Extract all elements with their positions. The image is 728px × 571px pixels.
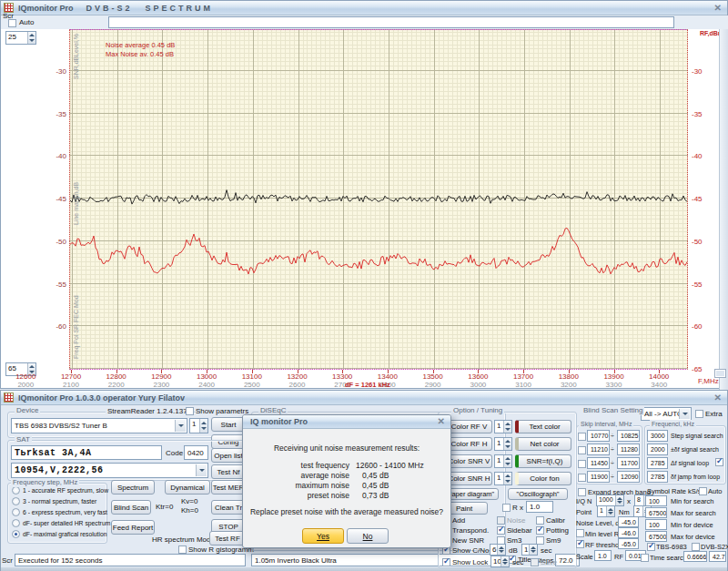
show-lock-checkbox[interactable] — [442, 558, 450, 566]
freq-step-radio-1[interactable] — [12, 486, 20, 495]
satellite-name-input[interactable]: Tьrksat 3A,4A — [11, 445, 162, 460]
time-search-checkbox[interactable] — [641, 554, 649, 562]
code-input[interactable]: 0420 — [184, 445, 208, 460]
spectrum-titlebar[interactable]: IQmonitor Pro DVB-S2 SPECTRUM ✕ — [1, 1, 727, 15]
transponder-select[interactable]: 10954,V,2222,56 — [11, 463, 208, 478]
freq-jamp-input[interactable]: 2785 — [647, 471, 668, 483]
tuner-select[interactable]: TBS 6983 DVBS/S2 Tuner B — [11, 418, 187, 433]
control-close-icon[interactable]: ✕ — [714, 393, 722, 403]
cno-db-spinner[interactable]: 6 — [490, 544, 506, 556]
freq-df-search-input[interactable]: 2000 — [647, 444, 668, 455]
chart-comment-input[interactable] — [108, 16, 674, 28]
skip-row2-to[interactable]: 11280 — [617, 444, 640, 455]
skip-row1-to[interactable]: 10825 — [617, 430, 640, 442]
dialog-close-icon[interactable]: ✕ — [438, 416, 445, 426]
rx-checkbox[interactable] — [502, 504, 511, 512]
save-checkbox[interactable] — [531, 558, 539, 566]
time-search-value-1[interactable]: 0.6666 — [683, 551, 707, 562]
no-button[interactable]: No — [347, 528, 389, 544]
rx-input[interactable]: 1.0 — [526, 501, 553, 513]
color-snr-v-spinner[interactable]: 1 — [494, 454, 512, 468]
skip-row4-to[interactable]: 12090 — [617, 471, 640, 483]
color-snr-h-spinner[interactable]: 1 — [494, 472, 512, 485]
text-color-button[interactable]: Text color — [515, 420, 571, 433]
calibr-checkbox[interactable] — [536, 516, 544, 525]
skip-row4-checkbox[interactable] — [578, 474, 586, 482]
freq-step-option-df-max[interactable]: dF- maximal grafical resolution — [23, 530, 107, 539]
freq-step-radio-df-max[interactable] — [12, 530, 20, 538]
tbs-6983-checkbox[interactable] — [647, 543, 655, 551]
scale-top-spinner[interactable]: 25 — [5, 31, 36, 45]
y-tick-right: -35 — [692, 110, 703, 118]
skip-row3-to[interactable]: 11700 — [617, 457, 640, 469]
freq-step-radio-3[interactable] — [12, 497, 20, 505]
sidebar-checkbox[interactable] — [497, 526, 505, 535]
freq-step-radio-6[interactable] — [12, 508, 20, 516]
skip-row2-checkbox[interactable] — [578, 446, 586, 454]
freq-step-option-1[interactable]: 1 - accurate RF spectrum, slow — [23, 486, 108, 495]
min-level-value[interactable]: -46.0 — [618, 527, 639, 538]
freq-step-search-input[interactable]: 3000 — [647, 430, 668, 442]
oscillograph-button[interactable]: "Oscillograph" — [508, 488, 568, 500]
chart-vertical-scrollbar[interactable] — [719, 29, 728, 390]
chart-resize-grip[interactable] — [714, 369, 726, 378]
noise-level-value[interactable]: -45.0 — [618, 516, 639, 527]
spectrum-plot[interactable] — [69, 29, 688, 370]
skip-row4-from[interactable]: 11900 — [587, 471, 610, 483]
skip-row2-from[interactable]: 11210 — [587, 444, 610, 455]
spectrum-button[interactable]: Spectrum — [111, 480, 155, 495]
dvbs2x-checkbox[interactable] — [692, 543, 700, 551]
sr-min-search-value[interactable]: 100 — [645, 495, 667, 506]
x-tick-mhz: 12900 — [143, 372, 179, 381]
status-input[interactable]: Executed for 152 seconds — [15, 554, 246, 566]
freq-loop-input[interactable]: 2785 — [647, 457, 668, 469]
blind-scan-mode-select[interactable]: All -> AUTO — [641, 407, 692, 421]
noise-checkbox[interactable] — [497, 516, 505, 525]
dynamical-button[interactable]: Dynamical — [165, 480, 210, 495]
clean-tr-button[interactable]: Clean Tr — [211, 500, 246, 515]
freq-step-radio-df-hr[interactable] — [12, 519, 20, 527]
color-fon-button[interactable]: Color fon — [515, 472, 571, 485]
scale-value[interactable]: 1.0 — [594, 550, 612, 561]
freq-step-option-3[interactable]: 3 - normal spectrum, faster — [23, 497, 96, 506]
dialog-row-label: average noise — [263, 471, 349, 480]
skip-row1-from[interactable]: 10770 — [587, 430, 610, 442]
test-mer-button[interactable]: Test MER — [211, 480, 246, 495]
sr-auto-checkbox[interactable] — [699, 487, 707, 495]
skip-row3-from[interactable]: 11450 — [587, 457, 610, 469]
lock-sec-spinner[interactable]: 10 — [490, 556, 510, 567]
point-spinner[interactable]: 1 — [597, 505, 615, 517]
show-params-checkbox[interactable] — [186, 407, 194, 415]
skip-row1-checkbox[interactable] — [578, 433, 586, 441]
show-r-checkbox[interactable] — [178, 546, 187, 554]
sr-max-search-value[interactable]: 67500 — [645, 507, 667, 518]
control-titlebar[interactable]: IQmonitor Pro 1.0.3.0 operator Yury Fila… — [1, 391, 727, 405]
snr-fiq-button[interactable]: SNR=f(I,Q) — [515, 454, 571, 468]
potting-checkbox[interactable] — [536, 526, 544, 535]
sr-min-device-value[interactable]: 100 — [645, 519, 667, 530]
skip-row3-checkbox[interactable] — [578, 460, 586, 468]
freq-step-option-df-hr[interactable]: dF- super detailed HR spectrum — [23, 519, 110, 528]
close-icon[interactable]: ✕ — [714, 3, 722, 13]
freq-loop-checkbox[interactable] — [715, 458, 723, 466]
extra-checkbox[interactable] — [695, 410, 703, 418]
color-rf-h-spinner[interactable]: 1 — [494, 437, 512, 451]
open-list-button[interactable]: Open list — [211, 448, 246, 463]
test-rf-button[interactable]: Test RF — [209, 531, 246, 546]
min-level-checkbox[interactable] — [576, 529, 584, 537]
feed-report-button[interactable]: Feed Report — [111, 520, 155, 535]
net-color-button[interactable]: Net color — [515, 437, 571, 451]
cno-sec-spinner[interactable]: 1 — [521, 544, 538, 556]
expand-band-checkbox[interactable] — [578, 488, 586, 496]
freq-step-option-6[interactable]: 6 - express spectrum, very fast — [23, 508, 107, 517]
test-nf-button[interactable]: Test Nf — [211, 464, 246, 479]
dialog-titlebar[interactable]: IQ monitor Pro ✕ — [243, 415, 450, 429]
yes-button[interactable]: Yes — [302, 528, 344, 544]
color-rf-v-spinner[interactable]: 1 — [494, 420, 512, 433]
time-search-value-2[interactable]: 42.7 — [709, 551, 726, 562]
rf-threshold-value[interactable]: -65.0 — [618, 538, 639, 549]
blind-scan-button[interactable]: Blind Scan — [111, 500, 151, 515]
start-button[interactable]: Start — [211, 417, 246, 432]
tuner-number-spinner[interactable]: 1 — [189, 418, 208, 433]
rf-threshold-checkbox[interactable] — [576, 540, 584, 548]
